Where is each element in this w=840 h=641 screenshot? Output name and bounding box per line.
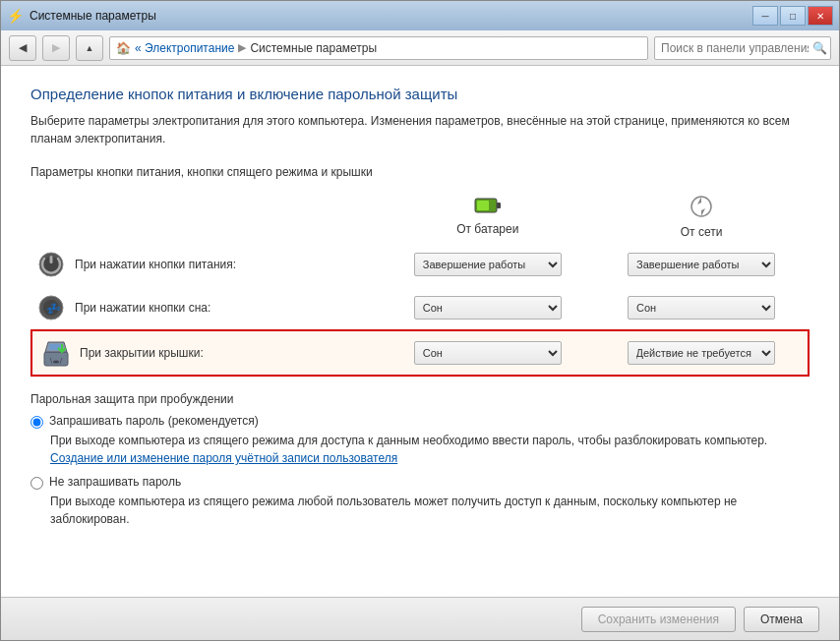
row-label-lid: При закрытии крышки:	[40, 337, 374, 369]
cancel-button[interactable]: Отмена	[744, 607, 819, 632]
search-box: 🔍	[654, 36, 831, 60]
footer: Сохранить изменения Отмена	[1, 597, 839, 640]
power-battery-dropdown[interactable]: Завершение работы Не требуется Сон Гибер…	[414, 253, 562, 276]
titlebar-app-icon: ⚡	[7, 8, 24, 24]
power-grid-cell: Завершение работы Не требуется Сон Гибер…	[594, 243, 809, 286]
lid-battery-dropdown[interactable]: Сон Не требуется Завершение работы Гибер…	[414, 341, 562, 365]
sleep-battery-dropdown[interactable]: Сон Не требуется Завершение работы Гибер…	[414, 296, 562, 320]
lid-icon	[40, 337, 72, 369]
svg-rect-1	[497, 203, 501, 208]
content-area: Определение кнопок питания и включение п…	[1, 66, 839, 597]
svg-rect-12	[49, 344, 63, 350]
search-icon[interactable]: 🔍	[812, 41, 827, 55]
col-header-battery: От батареи	[382, 189, 595, 243]
page-description: Выберите параметры электропитания для эт…	[30, 112, 810, 147]
lid-grid-dropdown[interactable]: Действие не требуется Сон Завершение раб…	[628, 341, 775, 365]
password-section-title: Парольная защита при пробуждении	[30, 392, 810, 406]
page-title: Определение кнопок питания и включение п…	[30, 86, 810, 102]
sleep-battery-cell: Сон Не требуется Завершение работы Гибер…	[382, 286, 595, 330]
battery-icon	[474, 196, 502, 218]
svg-marker-4	[697, 197, 705, 216]
power-table: От батареи От сети	[30, 189, 810, 377]
address-icon: 🏠	[116, 41, 131, 55]
svg-point-13	[53, 361, 59, 364]
table-row-lid: При закрытии крышки: Сон Не требуется За…	[31, 330, 809, 376]
grid-icon	[688, 193, 715, 221]
power-battery-cell: Завершение работы Не требуется Сон Гибер…	[382, 243, 595, 286]
search-input[interactable]	[661, 41, 809, 55]
close-button[interactable]: ✕	[808, 6, 833, 26]
lid-grid-cell: Действие не требуется Сон Завершение раб…	[594, 330, 809, 376]
maximize-button[interactable]: □	[780, 6, 806, 26]
titlebar-left: ⚡ Системные параметры	[7, 8, 156, 24]
col-header-grid: От сети	[594, 189, 809, 243]
address-part1[interactable]: « Электропитание	[135, 41, 234, 55]
sleep-grid-cell: Сон Не требуется Завершение работы Гибер…	[594, 286, 809, 330]
power-grid-dropdown[interactable]: Завершение работы Не требуется Сон Гибер…	[628, 253, 775, 276]
svg-rect-7	[50, 256, 53, 263]
row-label-power: При нажатии кнопки питания:	[35, 249, 378, 280]
sleep-grid-dropdown[interactable]: Сон Не требуется Завершение работы Гибер…	[628, 296, 775, 320]
svg-rect-11	[44, 352, 68, 366]
main-window: ⚡ Системные параметры ─ □ ✕ ◀ ▶ ▲ 🏠 « Эл…	[0, 0, 840, 641]
sleep-button-label: При нажатии кнопки сна:	[75, 301, 210, 315]
sleep-button-icon: 💤	[35, 292, 67, 323]
titlebar-title: Системные параметры	[30, 9, 156, 23]
ask-password-label: Запрашивать пароль (рекомендуется)	[49, 414, 259, 428]
up-button[interactable]: ▲	[76, 35, 103, 61]
address-bar: 🏠 « Электропитание ▶ Системные параметры	[109, 36, 648, 60]
power-section-label: Параметры кнопки питания, кнопки спящего…	[30, 165, 810, 179]
no-password-label: Не запрашивать пароль	[49, 475, 181, 489]
lid-label: При закрытии крышки:	[80, 346, 204, 360]
password-change-link[interactable]: Создание или изменение пароля учётной за…	[50, 451, 397, 465]
titlebar-buttons: ─ □ ✕	[752, 6, 833, 26]
address-separator: ▶	[238, 41, 246, 54]
minimize-button[interactable]: ─	[752, 6, 778, 26]
back-button[interactable]: ◀	[9, 35, 36, 61]
radio-no-password[interactable]	[30, 477, 43, 490]
table-row-sleep-button: 💤 При нажатии кнопки сна: Сон Не требует…	[31, 286, 809, 330]
password-section: Парольная защита при пробуждении Запраши…	[30, 392, 810, 528]
forward-button[interactable]: ▶	[42, 35, 70, 61]
save-button[interactable]: Сохранить изменения	[581, 607, 736, 632]
radio-option-ask-password: Запрашивать пароль (рекомендуется) При в…	[30, 414, 810, 467]
power-button-icon	[35, 249, 67, 280]
toolbar: ◀ ▶ ▲ 🏠 « Электропитание ▶ Системные пар…	[1, 30, 839, 66]
svg-rect-2	[477, 201, 489, 210]
radio-option-no-password: Не запрашивать пароль При выходе компьют…	[30, 475, 810, 528]
ask-password-desc: При выходе компьютера из спящего режима …	[50, 432, 810, 467]
svg-text:💤: 💤	[46, 301, 61, 316]
radio-ask-password[interactable]	[30, 416, 43, 429]
titlebar: ⚡ Системные параметры ─ □ ✕	[1, 1, 839, 30]
address-part2: Системные параметры	[250, 41, 377, 55]
power-button-label: При нажатии кнопки питания:	[75, 258, 236, 271]
row-label-sleep: 💤 При нажатии кнопки сна:	[35, 292, 378, 323]
lid-battery-cell: Сон Не требуется Завершение работы Гибер…	[382, 330, 595, 376]
table-row-power-button: При нажатии кнопки питания: Завершение р…	[31, 243, 809, 286]
no-password-desc: При выходе компьютера из спящего режима …	[50, 493, 810, 528]
